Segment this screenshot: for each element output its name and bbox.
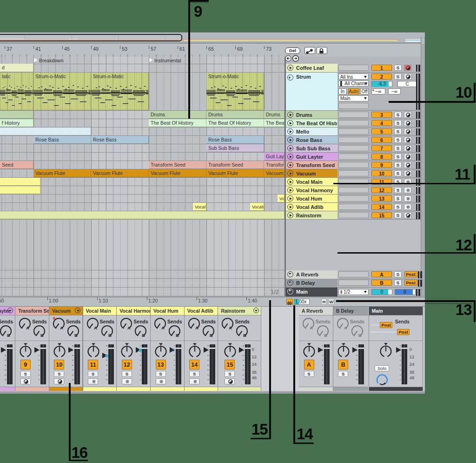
svg-text:B: B — [176, 332, 179, 337]
svg-text:B: B — [7, 332, 10, 337]
svg-text:B: B — [108, 332, 112, 337]
svg-text:B: B — [210, 332, 213, 337]
svg-text:A: A — [229, 325, 232, 330]
svg-text:B: B — [243, 332, 246, 337]
svg-text:B: B — [324, 332, 327, 337]
svg-text:B: B — [74, 332, 78, 337]
svg-text:B: B — [40, 332, 44, 337]
svg-text:A: A — [60, 325, 63, 330]
svg-text:B: B — [358, 332, 362, 337]
svg-text:B: B — [142, 332, 145, 337]
svg-text:A: A — [310, 325, 313, 330]
svg-text:A: A — [127, 325, 131, 330]
svg-text:A: A — [195, 325, 198, 330]
svg-text:A: A — [26, 325, 29, 330]
svg-text:A: A — [94, 325, 97, 330]
svg-text:A: A — [161, 325, 165, 330]
svg-text:A: A — [344, 325, 347, 330]
